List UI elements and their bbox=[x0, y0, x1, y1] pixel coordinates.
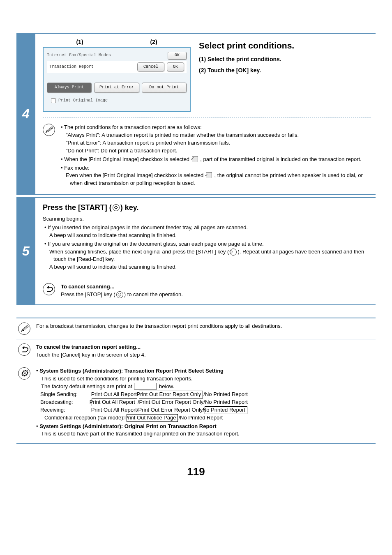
print-at-error-option[interactable]: Print at Error bbox=[94, 83, 139, 93]
checked-icon: ✓ bbox=[192, 156, 198, 162]
step4-heading: Select print conditions. bbox=[199, 39, 371, 52]
broadcast-note: For a broadcast transmission, changes to… bbox=[36, 322, 282, 330]
callout-2: (2) bbox=[150, 38, 157, 46]
screen-mockup: (1) (2) Internet Fax/Special Modes OK Tr… bbox=[43, 38, 191, 112]
print-original-image-label: Print Original Image bbox=[58, 98, 108, 104]
sub-title: Transaction Report bbox=[49, 64, 94, 70]
cancel-setting-text: Touch the [Cancel] key in the screen of … bbox=[36, 351, 146, 359]
cancel-scanning-heading: To cancel scanning... bbox=[61, 283, 183, 291]
start-key-icon: ◇ bbox=[113, 204, 120, 211]
step4-sub2: (2) Touch the [OK] key. bbox=[199, 66, 371, 74]
stop-key-icon: ◎ bbox=[116, 291, 123, 298]
checked-icon: ✓ bbox=[206, 172, 212, 178]
note-icon: 🖉 bbox=[43, 124, 55, 136]
cancel-setting-heading: To cancel the transaction report setting… bbox=[36, 343, 146, 351]
do-not-print-option[interactable]: Do not Print bbox=[142, 83, 187, 93]
always-print-option[interactable]: Always Print bbox=[47, 83, 92, 93]
print-option-row: Always Print Print at Error Do not Print bbox=[47, 83, 187, 93]
ok-button[interactable]: OK bbox=[167, 62, 184, 72]
step-5: 5 Press the [START] ( ◇ ) key. Scanning … bbox=[16, 197, 376, 305]
start-key-icon: ◇ bbox=[230, 249, 237, 256]
callout-1: (1) bbox=[76, 38, 83, 46]
info-box: 🖉 For a broadcast transmission, changes … bbox=[16, 318, 376, 444]
step-number-5: 5 bbox=[16, 198, 35, 304]
print-original-image-checkbox[interactable] bbox=[51, 98, 56, 103]
step-4: 4 (1) (2) Internet Fax/Special Modes OK … bbox=[16, 33, 376, 195]
back-icon: ⮌ bbox=[18, 343, 30, 356]
page-number: 119 bbox=[16, 464, 376, 480]
note-icon: 🖉 bbox=[18, 322, 30, 335]
divider bbox=[43, 117, 371, 118]
scanning-begins: Scanning begins. bbox=[43, 215, 371, 223]
panel-title: Internet Fax/Special Modes bbox=[47, 53, 111, 59]
divider bbox=[43, 277, 371, 277]
cancel-button[interactable]: Cancel bbox=[137, 62, 164, 72]
step4-sub1: (1) Select the print conditions. bbox=[199, 55, 371, 63]
header-ok-button[interactable]: OK bbox=[168, 52, 187, 60]
gear-icon: ⚙ bbox=[18, 367, 30, 380]
step5-heading: Press the [START] ( ◇ ) key. bbox=[43, 202, 371, 213]
step4-notes: The print conditions for a transaction r… bbox=[61, 124, 371, 188]
back-icon: ⮌ bbox=[43, 283, 55, 295]
step-number-4: 4 bbox=[16, 34, 35, 194]
